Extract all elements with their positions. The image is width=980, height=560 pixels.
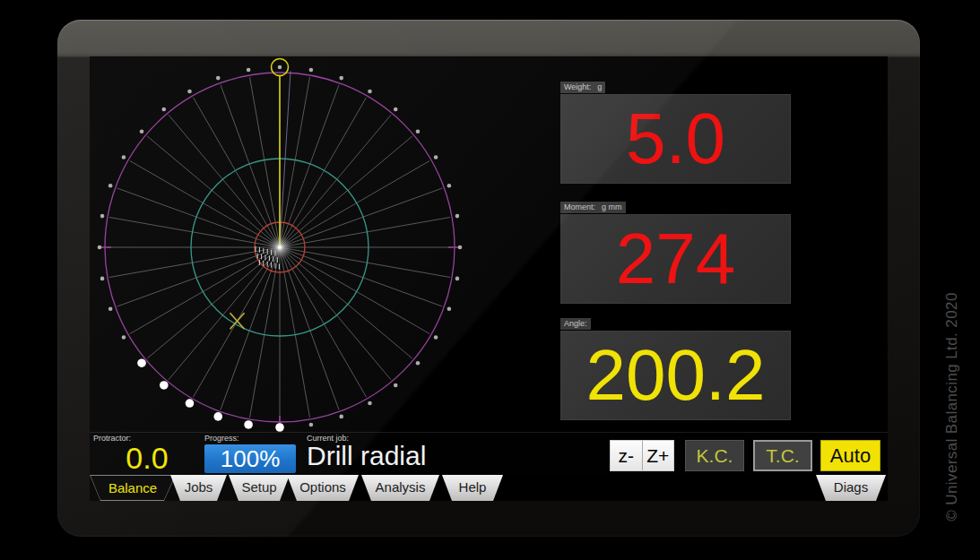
moment-label-chip: Moment:g mm xyxy=(560,202,626,213)
weight-label-chip: Weight:g xyxy=(560,82,605,93)
pending-hole-dot xyxy=(98,246,102,250)
pending-hole-dot xyxy=(416,361,421,366)
angle-label-chip: Angle: xyxy=(560,318,591,330)
pending-hole-dot xyxy=(368,90,372,94)
pending-hole-dot xyxy=(434,155,438,159)
page-background: Weight:g 5.0 Moment:g mm 274 Angle: 200.… xyxy=(0,0,980,560)
balance-polar-chart xyxy=(90,56,565,477)
copyright-watermark: © Universal Balancing Ltd. 2020 xyxy=(943,268,961,546)
current-job-value: Drill radial xyxy=(307,441,426,471)
balance-polar-chart-area xyxy=(90,56,565,477)
completed-hole-dot xyxy=(244,420,253,429)
pending-hole-dot xyxy=(394,108,398,112)
pending-hole-dot xyxy=(447,184,452,188)
pending-hole-dot xyxy=(339,76,343,81)
pending-hole-dot xyxy=(455,214,460,219)
completed-hole-dot xyxy=(213,412,222,421)
pending-hole-dot xyxy=(100,214,105,219)
pending-hole-dot xyxy=(434,335,438,340)
tab-help[interactable]: Help xyxy=(442,475,503,501)
monitor-bezel: Weight:g 5.0 Moment:g mm 274 Angle: 200.… xyxy=(57,20,920,537)
angle-label: Angle: xyxy=(564,319,587,328)
pending-hole-dot xyxy=(161,108,166,112)
weight-value: 5.0 xyxy=(560,94,791,184)
pending-hole-dot xyxy=(458,246,463,250)
pending-hole-dot xyxy=(278,65,282,70)
center-dot xyxy=(278,246,282,249)
moment-readout: Moment:g mm 274 xyxy=(560,197,791,304)
tab-balance-label: Balance xyxy=(91,476,175,500)
completed-hole-dot xyxy=(186,399,195,408)
z-minus-button[interactable]: z- xyxy=(611,441,643,470)
status-bar: Protractor: 0.0 Progress: 100% Current j… xyxy=(90,432,888,475)
pending-hole-dot xyxy=(309,68,314,73)
pending-hole-dot xyxy=(394,383,398,388)
tab-bar: Balance Jobs Setup Options Analysis Help… xyxy=(90,475,888,501)
weight-label: Weight: xyxy=(564,82,591,91)
pending-hole-dot xyxy=(187,90,192,94)
moment-panel: 274 xyxy=(560,214,791,304)
tab-diags[interactable]: Diags xyxy=(816,475,886,501)
moment-label: Moment: xyxy=(564,202,595,211)
pending-hole-dot xyxy=(247,68,251,73)
moment-value: 274 xyxy=(560,214,791,304)
pending-hole-dot xyxy=(108,306,113,311)
pending-hole-dot xyxy=(339,415,343,419)
z-plus-button[interactable]: Z+ xyxy=(643,441,674,470)
pending-hole-dot xyxy=(122,155,126,159)
completed-hole-dot xyxy=(275,423,284,432)
weight-readout: Weight:g 5.0 xyxy=(560,77,791,184)
angle-panel: 200.2 xyxy=(560,331,791,420)
z-step-button-group: z- Z+ xyxy=(610,440,674,471)
pending-hole-dot xyxy=(455,277,460,281)
pending-hole-dot xyxy=(309,423,314,427)
tab-analysis[interactable]: Analysis xyxy=(361,475,439,501)
angle-value: 200.2 xyxy=(560,331,791,420)
pending-hole-dot xyxy=(216,76,221,81)
weight-unit: g xyxy=(597,82,602,91)
pending-hole-dot xyxy=(368,401,372,406)
tab-jobs[interactable]: Jobs xyxy=(170,475,227,501)
weight-panel: 5.0 xyxy=(560,94,791,184)
tc-button[interactable]: T.C. xyxy=(753,440,812,471)
completed-hole-dot xyxy=(137,358,146,367)
progress-indicator: 100% xyxy=(204,444,296,473)
auto-button[interactable]: Auto xyxy=(820,440,880,471)
moment-unit: g mm xyxy=(602,202,622,211)
completed-hole-dot xyxy=(160,381,169,390)
angle-readout: Angle: 200.2 xyxy=(560,314,791,420)
pending-hole-dot xyxy=(122,335,126,340)
app-screen: Weight:g 5.0 Moment:g mm 274 Angle: 200.… xyxy=(90,56,888,501)
progress-label: Progress: xyxy=(204,434,239,443)
pending-hole-dot xyxy=(108,184,113,188)
tab-balance[interactable]: Balance xyxy=(90,475,176,501)
pending-hole-dot xyxy=(100,277,105,281)
pending-hole-dot xyxy=(140,129,144,134)
pending-hole-dot xyxy=(447,306,452,311)
pending-hole-dot xyxy=(416,129,421,134)
protractor-value: 0.0 xyxy=(97,441,197,476)
tab-setup[interactable]: Setup xyxy=(229,475,290,501)
kc-button[interactable]: K.C. xyxy=(685,440,744,471)
tab-options[interactable]: Options xyxy=(287,475,359,501)
